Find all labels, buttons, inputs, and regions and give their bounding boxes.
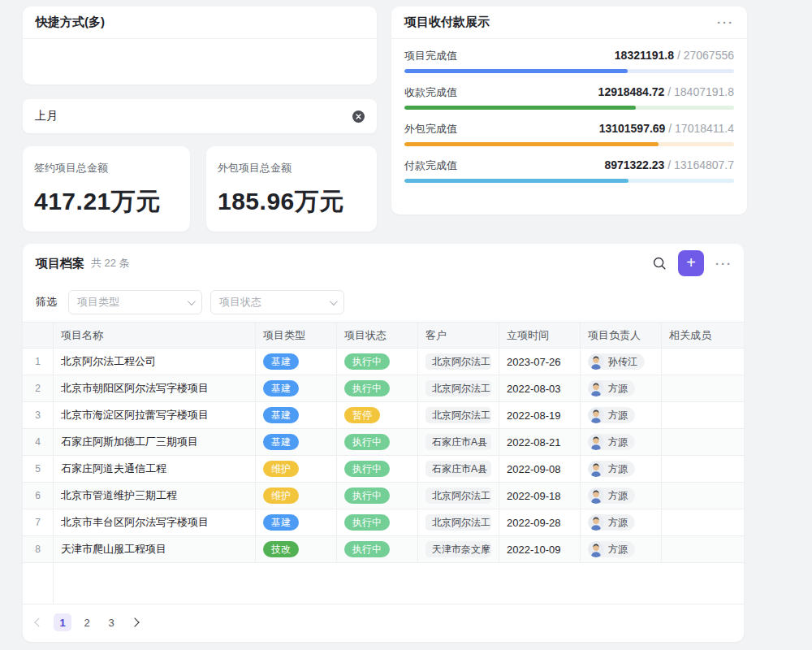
project-type-cell[interactable]: 技改 xyxy=(256,536,337,562)
ellipsis-icon[interactable]: ··· xyxy=(717,15,734,29)
project-type-cell[interactable]: 基建 xyxy=(256,375,337,401)
table-row[interactable]: 3北京市海淀区阿拉蕾写字楼项目基建暂停北京阿尔法工2022-08-19方源 xyxy=(23,402,744,429)
customer-cell[interactable]: 北京阿尔法工 xyxy=(418,509,499,535)
progress-row: 付款完成值8971322.23 / 13164807.7 xyxy=(404,158,734,183)
start-date-cell[interactable]: 2022-10-09 xyxy=(499,536,581,562)
project-type-cell[interactable]: 基建 xyxy=(256,509,337,535)
owner-cell[interactable]: 方源 xyxy=(581,402,662,428)
owner-cell[interactable]: 方源 xyxy=(581,429,662,455)
chevron-left-icon[interactable] xyxy=(34,618,43,626)
project-type-cell[interactable]: 基建 xyxy=(256,429,337,455)
project-name-cell[interactable]: 石家庄阿道夫通信工程 xyxy=(54,456,256,482)
members-cell[interactable] xyxy=(662,509,744,535)
members-cell[interactable] xyxy=(662,536,744,562)
project-name-cell[interactable]: 北京阿尔法工程公司 xyxy=(54,349,256,375)
customer-cell[interactable]: 北京阿尔法工 xyxy=(418,349,499,375)
start-date-cell[interactable]: 2022-08-03 xyxy=(499,375,581,401)
customer-tag: 北京阿尔法工 xyxy=(425,380,491,396)
customer-cell[interactable]: 天津市奈文摩 xyxy=(418,536,499,562)
project-status-cell[interactable]: 执行中 xyxy=(337,456,418,482)
project-status-cell[interactable]: 执行中 xyxy=(337,483,418,509)
start-date-cell[interactable]: 2022-09-28 xyxy=(499,509,581,535)
project-name-cell[interactable]: 北京市朝阳区阿尔法写字楼项目 xyxy=(54,375,256,401)
column-header[interactable]: 项目名称 xyxy=(54,323,256,348)
chevron-right-icon[interactable] xyxy=(130,618,139,626)
ellipsis-icon[interactable]: ··· xyxy=(715,257,732,271)
project-type-cell[interactable]: 基建 xyxy=(256,349,337,375)
owner-cell[interactable]: 方源 xyxy=(581,483,662,509)
project-status-cell[interactable]: 执行中 xyxy=(337,375,418,401)
owner-cell[interactable]: 方源 xyxy=(581,536,662,562)
start-date-cell[interactable]: 2022-08-21 xyxy=(499,429,581,455)
members-cell[interactable] xyxy=(662,375,744,401)
customer-cell[interactable]: 石家庄市A县 xyxy=(418,429,499,455)
magnifier-icon[interactable] xyxy=(652,256,667,271)
project-type-cell[interactable]: 基建 xyxy=(256,402,337,428)
owner-cell[interactable]: 方源 xyxy=(581,375,662,401)
column-header[interactable]: 项目状态 xyxy=(337,323,418,348)
owner-cell[interactable]: 方源 xyxy=(581,456,662,482)
customer-cell[interactable]: 北京阿尔法工 xyxy=(418,483,499,509)
project-name-cell[interactable]: 北京市管道维护三期工程 xyxy=(54,483,256,509)
table-row[interactable]: 5石家庄阿道夫通信工程维护执行中石家庄市A县2022-09-08方源 xyxy=(23,456,744,483)
project-status-cell[interactable]: 执行中 xyxy=(337,509,418,535)
column-header[interactable]: 项目类型 xyxy=(256,323,337,348)
members-cell[interactable] xyxy=(662,429,744,455)
table-row[interactable]: 7北京市丰台区阿尔法写字楼项目基建执行中北京阿尔法工2022-09-28方源 xyxy=(23,509,744,536)
start-date-cell[interactable]: 2022-09-08 xyxy=(499,456,581,482)
project-type-cell[interactable]: 维护 xyxy=(256,483,337,509)
owner-cell[interactable]: 方源 xyxy=(581,509,662,535)
table-row[interactable]: 4石家庄阿斯加德工厂三期项目基建执行中石家庄市A县2022-08-21方源 xyxy=(23,429,744,456)
column-header[interactable]: 立项时间 xyxy=(499,323,581,348)
row-number-cell: 4 xyxy=(23,429,54,455)
customer-cell[interactable]: 北京阿尔法工 xyxy=(418,402,499,428)
table-row[interactable]: 2北京市朝阳区阿尔法写字楼项目基建执行中北京阿尔法工2022-08-03方源 xyxy=(23,375,744,402)
customer-cell[interactable]: 北京阿尔法工 xyxy=(418,375,499,401)
progress-fill xyxy=(404,142,659,146)
table-row[interactable]: 1北京阿尔法工程公司基建执行中北京阿尔法工2023-07-26孙传江 xyxy=(23,349,744,375)
start-date-cell[interactable]: 2022-08-19 xyxy=(499,402,581,428)
table-row[interactable]: 8天津市爬山服工程项目技改执行中天津市奈文摩2022-10-09方源 xyxy=(23,536,744,563)
customer-tag: 北京阿尔法工 xyxy=(425,353,491,370)
project-status-cell[interactable]: 执行中 xyxy=(337,349,418,375)
type-pill: 技改 xyxy=(263,541,299,557)
table-row[interactable]: 6北京市管道维护三期工程维护执行中北京阿尔法工2022-09-18方源 xyxy=(23,483,744,509)
page-button-3[interactable]: 3 xyxy=(102,613,120,631)
project-name-cell[interactable]: 石家庄阿斯加德工厂三期项目 xyxy=(54,429,256,455)
start-date-cell[interactable]: 2023-07-26 xyxy=(499,349,581,375)
type-pill: 基建 xyxy=(263,434,299,450)
members-cell[interactable] xyxy=(662,456,744,482)
project-status-select[interactable]: 项目状态 xyxy=(210,290,344,314)
row-number-cell: 8 xyxy=(23,536,54,562)
members-cell[interactable] xyxy=(662,349,744,375)
project-name-cell[interactable]: 北京市海淀区阿拉蕾写字楼项目 xyxy=(54,402,256,428)
members-cell[interactable] xyxy=(662,402,744,428)
circle-x-icon[interactable] xyxy=(352,110,365,123)
owner-chip: 方源 xyxy=(588,461,635,477)
add-record-button[interactable]: + xyxy=(678,250,704,276)
project-type-cell[interactable]: 维护 xyxy=(256,456,337,482)
select-placeholder: 项目状态 xyxy=(219,295,261,310)
project-status-cell[interactable]: 执行中 xyxy=(337,536,418,562)
month-filter-chip[interactable]: 上月 xyxy=(23,99,377,133)
column-header[interactable]: 客户 xyxy=(418,323,499,348)
members-cell[interactable] xyxy=(662,483,744,509)
page-button-2[interactable]: 2 xyxy=(78,613,96,631)
type-pill: 基建 xyxy=(263,514,299,531)
project-table: 项目名称 项目类型 项目状态 客户 立项时间 项目负责人 相关成员 1北京阿尔法… xyxy=(23,322,744,604)
column-header[interactable]: 相关成员 xyxy=(662,323,744,348)
project-type-select[interactable]: 项目类型 xyxy=(68,290,202,314)
project-name-cell[interactable]: 北京市丰台区阿尔法写字楼项目 xyxy=(54,509,256,535)
start-date-cell[interactable]: 2022-09-18 xyxy=(499,483,581,509)
customer-cell[interactable]: 石家庄市A县 xyxy=(418,456,499,482)
stat-value: 417.21万元 xyxy=(34,185,179,219)
progress-row: 外包完成值13101597.69 / 17018411.4 xyxy=(404,122,734,146)
progress-values: 8971322.23 / 13164807.7 xyxy=(604,158,734,171)
page-button-1[interactable]: 1 xyxy=(54,613,71,631)
column-header[interactable]: 项目负责人 xyxy=(581,323,662,348)
project-name-cell[interactable]: 天津市爬山服工程项目 xyxy=(54,536,256,562)
owner-cell[interactable]: 孙传江 xyxy=(581,349,662,375)
row-number-header xyxy=(23,323,54,348)
project-status-cell[interactable]: 执行中 xyxy=(337,429,418,455)
project-status-cell[interactable]: 暂停 xyxy=(337,402,418,428)
